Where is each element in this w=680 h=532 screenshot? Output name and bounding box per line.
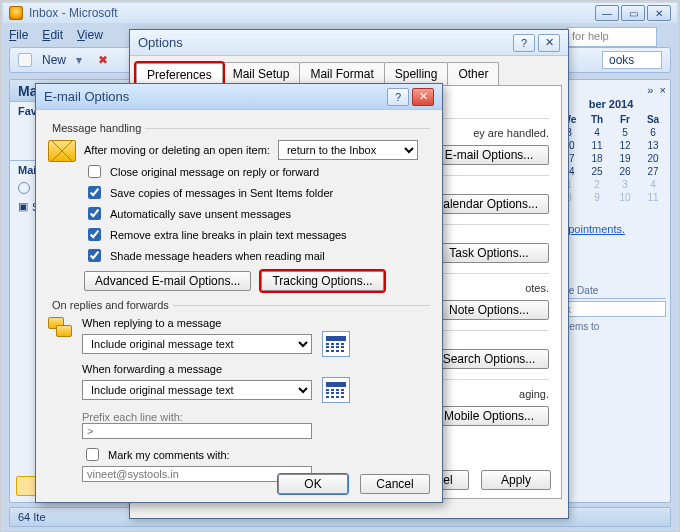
forward-behavior-select[interactable]: Include original message text (82, 380, 312, 400)
email-options-button[interactable]: E-mail Options... (429, 145, 549, 165)
address-book-box[interactable]: ooks (602, 51, 662, 69)
email-options-title: E-mail Options (44, 89, 129, 104)
task-options-button[interactable]: Task Options... (429, 243, 549, 263)
search-options-button[interactable]: Search Options... (429, 349, 549, 369)
menu-file[interactable]: File (9, 28, 28, 42)
tab-mail-format[interactable]: Mail Format (299, 62, 384, 85)
email-ok-button[interactable]: OK (278, 474, 348, 494)
envelope-icon (48, 140, 76, 162)
email-cancel-button[interactable]: Cancel (360, 474, 430, 494)
main-close-icon[interactable]: ✕ (647, 5, 671, 21)
calendar-month: ber 2014 (556, 98, 666, 110)
email-options-titlebar[interactable]: E-mail Options ? ✕ (36, 84, 442, 110)
options-apply-button[interactable]: Apply (481, 470, 551, 490)
note-options-button[interactable]: Note Options... (429, 300, 549, 320)
email-options-help-icon[interactable]: ? (387, 88, 409, 106)
options-titlebar[interactable]: Options ? ✕ (130, 30, 568, 56)
main-max-icon[interactable]: ▭ (621, 5, 645, 21)
delete-icon[interactable]: ✖ (98, 53, 108, 67)
forward-preview-icon (322, 377, 350, 403)
todo-close-icon[interactable]: × (660, 84, 666, 96)
mobile-options-button[interactable]: Mobile Options... (429, 406, 549, 426)
forward-label: When forwarding a message (82, 363, 430, 375)
new-task-input[interactable]: sk (556, 301, 666, 317)
message-handling-group: Message handling After moving or deletin… (48, 122, 430, 293)
cb-auto-save[interactable] (88, 207, 101, 220)
prefix-input (82, 423, 312, 439)
mail-module-icon[interactable] (16, 476, 36, 496)
email-options-dialog: E-mail Options ? ✕ Message handling Afte… (35, 83, 443, 503)
tab-spelling[interactable]: Spelling (384, 62, 449, 85)
reply-behavior-select[interactable]: Include original message text (82, 334, 312, 354)
main-titlebar: Inbox - Microsoft — ▭ ✕ (3, 3, 677, 23)
new-mail-icon[interactable] (18, 53, 32, 67)
due-date-header: Due Date (556, 285, 666, 299)
advanced-email-options-button[interactable]: Advanced E-mail Options... (84, 271, 251, 291)
options-title: Options (138, 35, 183, 50)
options-close-icon[interactable]: ✕ (538, 34, 560, 52)
main-window-title: Inbox - Microsoft (29, 6, 118, 20)
tab-other[interactable]: Other (447, 62, 499, 85)
prefix-label: Prefix each line with: (82, 411, 430, 423)
todo-chevrons[interactable]: » (647, 84, 653, 96)
after-move-select[interactable]: return to the Inbox (278, 140, 418, 160)
after-move-label: After moving or deleting an open item: (84, 144, 270, 156)
status-count: 64 Ite (18, 511, 46, 523)
calendar-grid[interactable]: WeThFrSa 3456 10111213 17181920 24252627… (556, 114, 666, 203)
options-tabstrip: Preferences Mail Setup Mail Format Spell… (130, 56, 568, 85)
cb-remove-breaks[interactable] (88, 228, 101, 241)
no-items-text: o items to (556, 321, 666, 332)
menu-view[interactable]: View (77, 28, 103, 42)
replies-forwards-legend: On replies and forwards (48, 299, 173, 311)
new-button-label[interactable]: New (42, 53, 66, 67)
outlook-app-icon (9, 6, 23, 20)
cb-shade-headers[interactable] (88, 249, 101, 262)
message-handling-legend: Message handling (48, 122, 145, 134)
replies-forwards-group: On replies and forwards When replying to… (48, 299, 430, 484)
cb-close-original[interactable] (88, 165, 101, 178)
email-options-close-icon[interactable]: ✕ (412, 88, 434, 106)
cb-save-copies[interactable] (88, 186, 101, 199)
tracking-options-button[interactable]: Tracking Options... (261, 271, 383, 291)
magnifier-icon (18, 182, 30, 194)
reply-forward-icon (48, 317, 74, 339)
menu-edit[interactable]: Edit (42, 28, 63, 42)
tab-mail-setup[interactable]: Mail Setup (222, 62, 301, 85)
main-min-icon[interactable]: — (595, 5, 619, 21)
reply-preview-icon (322, 331, 350, 357)
todo-bar: » × ber 2014 WeThFrSa 3456 10111213 1718… (551, 79, 671, 503)
options-help-icon[interactable]: ? (513, 34, 535, 52)
cb-mark-comments[interactable] (86, 448, 99, 461)
reply-label: When replying to a message (82, 317, 430, 329)
